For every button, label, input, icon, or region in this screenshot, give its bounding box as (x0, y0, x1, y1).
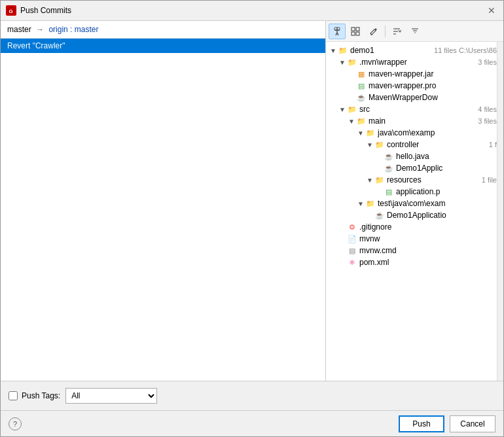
folder-icon: 📁 (374, 139, 385, 150)
filter-button[interactable] (406, 24, 423, 39)
folder-icon: 📁 (356, 116, 367, 126)
tree-item-pom-xml[interactable]: ⚛ pom.xml (326, 256, 497, 268)
tree-label: maven-wrapper.pro (369, 81, 497, 90)
tree-label: MavenWrapperDow (369, 93, 497, 102)
branch-info: master → origin : master (1, 21, 325, 39)
file-tree: ▼ 📁 demo1 11 files C:\Users\86 ▼ 📁 .mvn\… (326, 42, 497, 381)
tree-item-java-pkg[interactable]: ▼ 📁 java\com\examp (326, 127, 497, 139)
branch-from: master (7, 25, 31, 34)
tree-arrow: ▼ (365, 177, 374, 184)
xml-icon: ⚛ (347, 257, 357, 268)
toolbar-sep-1 (385, 26, 386, 37)
scrollbar[interactable] (497, 42, 503, 381)
tree-item-demo1[interactable]: ▼ 📁 demo1 11 files C:\Users\86 (326, 44, 497, 56)
script-icon: 📄 (347, 234, 357, 244)
push-button[interactable]: Push (399, 415, 444, 432)
svg-text:G: G (9, 9, 13, 14)
tree-item-controller[interactable]: ▼ 📁 controller 1 f (326, 139, 497, 150)
tree-label: Demo1Applicatio (387, 211, 497, 220)
tree-label: maven-wrapper.jar (369, 69, 497, 79)
tree-label: test\java\com\exam (378, 199, 497, 208)
prop-icon: ▤ (384, 186, 394, 197)
tree-arrow: ▼ (356, 130, 365, 137)
tree-arrow: ▼ (356, 200, 365, 207)
cancel-button[interactable]: Cancel (450, 415, 495, 432)
folder-icon: 📁 (347, 57, 357, 67)
bottom-bar: Push Tags: All Annotated None (1, 381, 503, 410)
tree-meta: 4 files (478, 105, 497, 113)
branch-arrow: → (36, 25, 44, 34)
app-icon: G (6, 5, 16, 16)
branch-remote: origin : master (48, 25, 98, 34)
tree-label: controller (387, 140, 486, 149)
edit-button[interactable] (365, 24, 382, 39)
tree-item-hello[interactable]: ☕ hello.java (326, 150, 497, 162)
content-area: master → origin : master Revert "Crawler… (1, 21, 503, 381)
tree-item-main[interactable]: ▼ 📁 main 3 files (326, 115, 497, 127)
grid-button[interactable] (347, 24, 364, 39)
help-button[interactable]: ? (9, 417, 22, 430)
git-icon: ⚙ (347, 222, 357, 232)
push-tags-checkbox-wrap (9, 391, 18, 400)
commit-item[interactable]: Revert "Crawler" (1, 39, 325, 53)
jar-icon: ▦ (356, 69, 367, 79)
action-bar: ? Push Cancel (1, 410, 503, 436)
folder-icon: 📁 (365, 128, 376, 138)
tree-item-demo1applic[interactable]: ☕ Demo1Applic (326, 162, 497, 174)
tree-meta: 1 f (489, 141, 497, 149)
java-icon: ☕ (356, 92, 367, 103)
prop-icon: ▤ (356, 80, 367, 91)
tree-item-src[interactable]: ▼ 📁 src 4 files (326, 103, 497, 115)
tree-meta: 1 file (482, 176, 497, 184)
svg-rect-7 (351, 27, 355, 31)
right-panel: ▼ 📁 demo1 11 files C:\Users\86 ▼ 📁 .mvn\… (326, 21, 503, 381)
push-tags-checkbox[interactable] (9, 391, 18, 400)
close-button[interactable]: ✕ (485, 4, 498, 17)
tree-arrow: ▼ (338, 106, 347, 113)
push-tags-select[interactable]: All Annotated None (65, 388, 157, 404)
tree-item-mvn[interactable]: ▼ 📁 .mvn\wrapper 3 files (326, 56, 497, 68)
folder-icon: 📁 (365, 198, 376, 209)
java-icon: ☕ (374, 210, 385, 220)
sort-button[interactable] (388, 24, 405, 39)
tree-arrow: ▼ (329, 47, 338, 54)
tree-label: java\com\examp (378, 128, 497, 137)
tree-arrow: ▼ (338, 59, 347, 66)
tree-item-maven-jar[interactable]: ▦ maven-wrapper.jar (326, 68, 497, 80)
tree-arrow: ▼ (347, 118, 356, 125)
tree-item-maven-dl[interactable]: ☕ MavenWrapperDow (326, 92, 497, 103)
tree-item-mvnw[interactable]: 📄 mvnw (326, 233, 497, 245)
tree-item-application-prop[interactable]: ▤ application.p (326, 186, 497, 198)
right-toolbar (326, 21, 503, 42)
tree-meta: 3 files (478, 117, 497, 125)
tree-label: .gitignore (359, 222, 497, 232)
push-tags-label: Push Tags: (22, 391, 60, 400)
tree-label: Demo1Applic (396, 164, 497, 173)
tree-item-resources[interactable]: ▼ 📁 resources 1 file (326, 174, 497, 186)
svg-rect-8 (356, 27, 359, 31)
tree-item-gitignore[interactable]: ⚙ .gitignore (326, 221, 497, 233)
title-bar: G Push Commits ✕ (1, 1, 503, 21)
commits-list: Revert "Crawler" (1, 39, 325, 381)
tree-label: demo1 (350, 46, 431, 55)
pin-button[interactable] (329, 24, 346, 39)
tree-label: src (359, 105, 475, 114)
tree-label: main (369, 116, 475, 126)
tree-item-maven-prop[interactable]: ▤ maven-wrapper.pro (326, 80, 497, 92)
tree-label: resources (387, 175, 479, 184)
java-icon: ☕ (384, 151, 394, 162)
left-panel: master → origin : master Revert "Crawler… (1, 21, 326, 381)
tree-item-mvnw-cmd[interactable]: ▤ mvnw.cmd (326, 245, 497, 256)
tree-meta: 11 files C:\Users\86 (434, 46, 497, 54)
tree-item-test-pkg[interactable]: ▼ 📁 test\java\com\exam (326, 198, 497, 209)
folder-icon: 📁 (374, 175, 385, 185)
folder-icon: 📁 (347, 104, 357, 114)
tree-label: application.p (396, 187, 497, 196)
tree-label: mvnw (359, 234, 497, 243)
tree-label: mvnw.cmd (359, 246, 497, 255)
tree-item-demo1applicatio[interactable]: ☕ Demo1Applicatio (326, 209, 497, 221)
push-commits-window: G Push Commits ✕ master → origin : maste… (0, 0, 504, 437)
tree-label: pom.xml (359, 258, 497, 267)
svg-line-5 (337, 33, 338, 35)
cmd-icon: ▤ (347, 245, 357, 256)
